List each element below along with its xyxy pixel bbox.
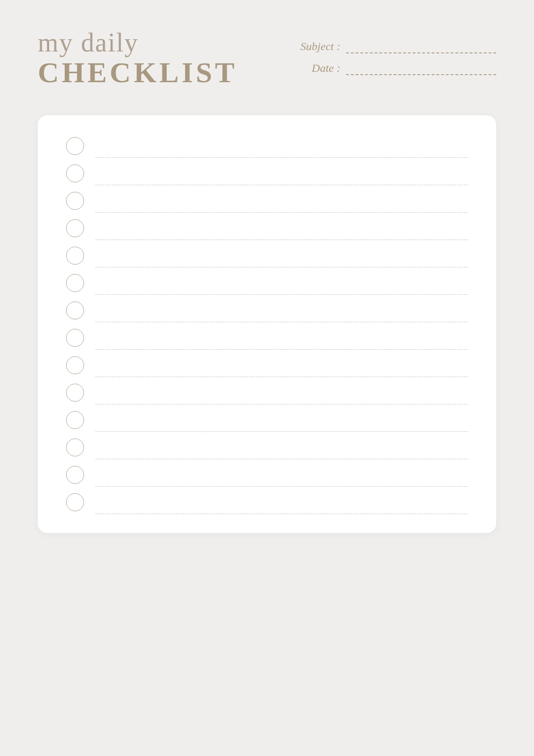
logo-bold: CHECKLIST <box>38 58 237 87</box>
checklist-list <box>66 134 468 514</box>
checkbox-circle[interactable] <box>66 247 84 265</box>
checklist-item <box>66 326 468 350</box>
checklist-item <box>66 216 468 240</box>
logo-script: my daily <box>38 28 237 58</box>
checklist-item <box>66 244 468 267</box>
checklist-item <box>66 271 468 295</box>
checklist-item <box>66 436 468 459</box>
subject-input[interactable] <box>346 40 496 53</box>
checklist-input-13[interactable] <box>95 463 468 487</box>
checklist-input-3[interactable] <box>95 189 468 213</box>
header-fields: Subject : Date : <box>298 40 496 75</box>
page: my daily CHECKLIST Subject : Date : <box>0 0 534 756</box>
checklist-input-14[interactable] <box>95 490 468 514</box>
checklist-item <box>66 463 468 487</box>
checkbox-circle[interactable] <box>66 438 84 456</box>
checklist-item <box>66 134 468 158</box>
checklist-item <box>66 381 468 404</box>
checklist-item <box>66 299 468 322</box>
checklist-item <box>66 353 468 377</box>
checklist-input-10[interactable] <box>95 381 468 404</box>
checklist-input-2[interactable] <box>95 162 468 185</box>
header: my daily CHECKLIST Subject : Date : <box>38 28 496 87</box>
checkbox-circle[interactable] <box>66 356 84 374</box>
checkbox-circle[interactable] <box>66 384 84 402</box>
checkbox-circle[interactable] <box>66 493 84 511</box>
checkbox-circle[interactable] <box>66 192 84 210</box>
date-input[interactable] <box>346 62 496 75</box>
checklist-item <box>66 162 468 185</box>
checklist-item <box>66 189 468 213</box>
logo-area: my daily CHECKLIST <box>38 28 237 87</box>
checkbox-circle[interactable] <box>66 219 84 237</box>
checklist-card <box>38 115 496 533</box>
checkbox-circle[interactable] <box>66 301 84 319</box>
checklist-input-12[interactable] <box>95 436 468 459</box>
checklist-item <box>66 408 468 432</box>
checklist-input-7[interactable] <box>95 299 468 322</box>
checklist-input-1[interactable] <box>95 134 468 158</box>
checkbox-circle[interactable] <box>66 411 84 429</box>
checklist-input-6[interactable] <box>95 271 468 295</box>
date-label: Date : <box>298 62 340 75</box>
checklist-input-9[interactable] <box>95 353 468 377</box>
subject-label: Subject : <box>298 40 340 53</box>
checklist-input-4[interactable] <box>95 216 468 240</box>
checkbox-circle[interactable] <box>66 137 84 155</box>
checkbox-circle[interactable] <box>66 329 84 347</box>
subject-row: Subject : <box>298 40 496 53</box>
checklist-item <box>66 490 468 514</box>
checklist-input-5[interactable] <box>95 244 468 267</box>
checkbox-circle[interactable] <box>66 466 84 484</box>
checkbox-circle[interactable] <box>66 274 84 292</box>
checklist-input-8[interactable] <box>95 326 468 350</box>
date-row: Date : <box>298 62 496 75</box>
checkbox-circle[interactable] <box>66 164 84 182</box>
checklist-input-11[interactable] <box>95 408 468 432</box>
